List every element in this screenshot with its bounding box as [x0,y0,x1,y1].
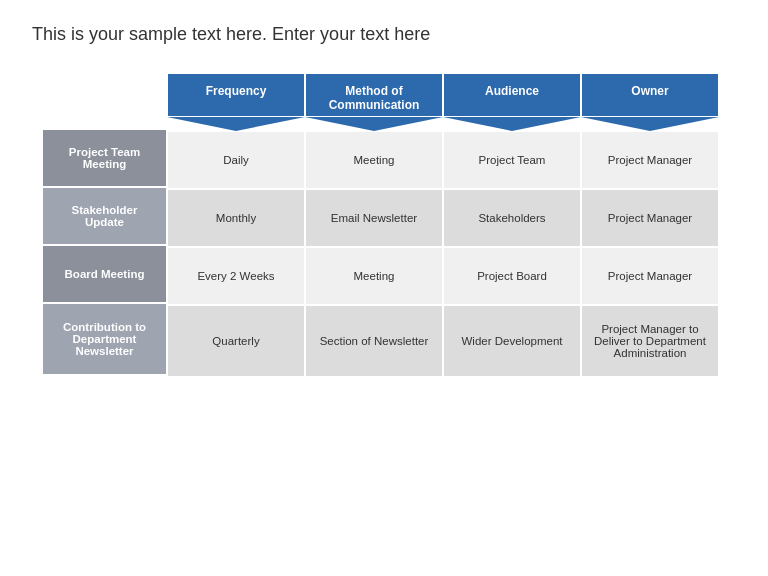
cell-row1-audience: Project Team [443,131,581,189]
data-rows: DailyMeetingProject TeamProject ManagerM… [167,131,736,377]
communication-table: Project Team MeetingStakeholder UpdateBo… [42,73,736,377]
header-arrow-method [305,117,443,131]
header-row: FrequencyMethod of CommunicationAudience… [167,73,736,131]
row-labels-column: Project Team MeetingStakeholder UpdateBo… [42,129,167,377]
header-cell-method: Method of Communication [305,73,443,131]
row-label-row3: Board Meeting [42,245,167,303]
header-cell-frequency: Frequency [167,73,305,131]
data-row-row4: QuarterlySection of NewsletterWider Deve… [167,305,736,377]
header-cell-owner: Owner [581,73,719,131]
cell-row1-method: Meeting [305,131,443,189]
cell-row2-method: Email Newsletter [305,189,443,247]
header-label-audience: Audience [443,73,581,117]
header-cell-audience: Audience [443,73,581,131]
cell-row3-audience: Project Board [443,247,581,305]
cell-row1-owner: Project Manager [581,131,719,189]
cell-row1-frequency: Daily [167,131,305,189]
cell-row4-frequency: Quarterly [167,305,305,377]
row-label-row1: Project Team Meeting [42,129,167,187]
cell-row4-owner: Project Manager to Deliver to Department… [581,305,719,377]
table-wrapper: Project Team MeetingStakeholder UpdateBo… [42,73,736,377]
cell-row4-audience: Wider Development [443,305,581,377]
cell-row3-owner: Project Manager [581,247,719,305]
header-label-owner: Owner [581,73,719,117]
page-title: This is your sample text here. Enter you… [32,24,736,45]
cell-row4-method: Section of Newsletter [305,305,443,377]
cell-row2-audience: Stakeholders [443,189,581,247]
header-label-frequency: Frequency [167,73,305,117]
cell-row2-frequency: Monthly [167,189,305,247]
data-grid: FrequencyMethod of CommunicationAudience… [167,73,736,377]
row-label-row4: Contribution to Department Newsletter [42,303,167,375]
header-arrow-owner [581,117,719,131]
data-row-row2: MonthlyEmail NewsletterStakeholdersProje… [167,189,736,247]
cell-row2-owner: Project Manager [581,189,719,247]
data-row-row3: Every 2 WeeksMeetingProject BoardProject… [167,247,736,305]
header-label-method: Method of Communication [305,73,443,117]
page: This is your sample text here. Enter you… [0,0,768,576]
cell-row3-method: Meeting [305,247,443,305]
header-arrow-frequency [167,117,305,131]
data-row-row1: DailyMeetingProject TeamProject Manager [167,131,736,189]
row-label-row2: Stakeholder Update [42,187,167,245]
header-arrow-audience [443,117,581,131]
cell-row3-frequency: Every 2 Weeks [167,247,305,305]
